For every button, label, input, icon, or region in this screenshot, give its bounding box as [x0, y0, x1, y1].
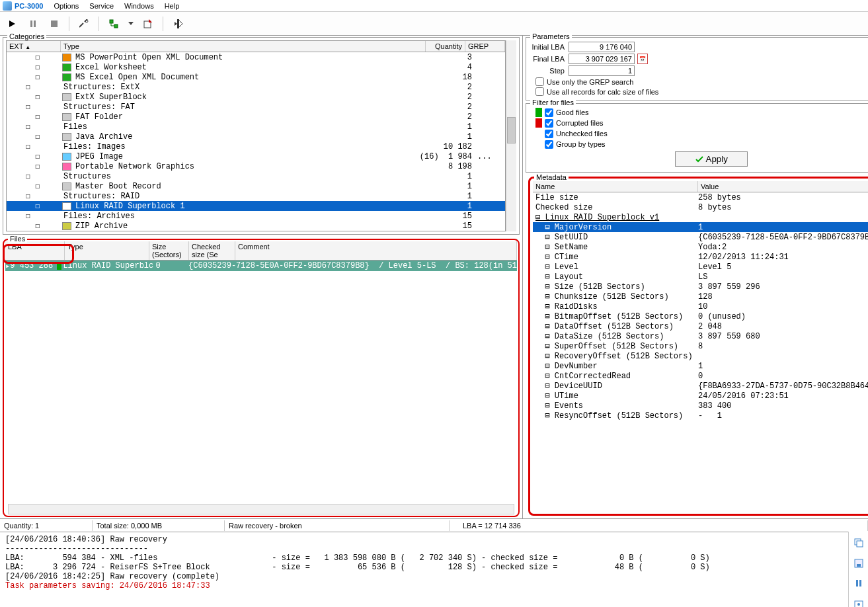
tools-button[interactable]: [76, 16, 92, 32]
category-row[interactable]: ☐JPEG Image(16) 1 984...: [7, 151, 505, 161]
col-type[interactable]: Type: [61, 41, 426, 52]
svg-rect-2: [34, 20, 36, 27]
metadata-row[interactable]: ⊟ DevNumber1: [533, 361, 868, 371]
group-by-types-checkbox[interactable]: [545, 140, 553, 149]
metadata-row[interactable]: ⊟ LayoutLS: [533, 272, 868, 282]
files-legend: Files: [8, 235, 27, 243]
col-fcomment[interactable]: Comment: [235, 241, 517, 260]
svg-rect-3: [51, 20, 58, 27]
category-row[interactable]: ☐Portable Network Graphics8 198: [7, 161, 505, 171]
category-row[interactable]: ☐Master Boot Record1: [7, 181, 505, 191]
category-row[interactable]: ☐Excel Worksheet4: [7, 62, 505, 72]
category-row[interactable]: ☐Files1: [7, 122, 505, 132]
menu-service[interactable]: Service: [84, 1, 119, 11]
col-fchk[interactable]: Checked size (Se: [189, 241, 235, 260]
category-row[interactable]: ☐MS Excel Open XML Document18: [7, 72, 505, 82]
col-fsize[interactable]: Size (Sectors): [149, 241, 189, 260]
step-input[interactable]: [569, 65, 635, 76]
apply-button[interactable]: Apply: [675, 151, 748, 167]
category-row[interactable]: ☐MS PowerPoint Open XML Document3: [7, 52, 505, 62]
categories-scrollbar[interactable]: [506, 40, 516, 231]
menu-options[interactable]: Options: [48, 1, 84, 11]
metadata-row[interactable]: ⊟ DeviceUUID{F8BA6933-27DA-5737-0D75-90C…: [533, 381, 868, 391]
metadata-row[interactable]: ⊟ LevelLevel 5: [533, 262, 868, 272]
categories-header: EXT ▲ Type Quantity GREP: [6, 40, 506, 52]
menu-pc3000[interactable]: PC-3000: [3, 1, 48, 11]
svg-marker-7: [128, 22, 134, 25]
menu-help[interactable]: Help: [159, 1, 185, 11]
tree-dropdown[interactable]: [127, 16, 135, 32]
col-grep[interactable]: GREP: [465, 41, 505, 52]
metadata-row[interactable]: ⊟ SetNameYoda:2: [533, 242, 868, 252]
category-row[interactable]: ☐ExtX SuperBlock2: [7, 92, 505, 102]
col-lba[interactable]: LBA: [5, 241, 65, 260]
col-ext[interactable]: EXT ▲: [7, 41, 61, 52]
categories-body[interactable]: ☐MS PowerPoint Open XML Document3 ☐Excel…: [6, 52, 506, 231]
log-line: ------------------------------: [5, 544, 843, 553]
final-lba-input[interactable]: [569, 54, 635, 64]
filter-panel: Filter for files Good files Corrupted fi…: [526, 103, 868, 173]
metadata-row[interactable]: Checked size8 bytes: [533, 202, 868, 212]
category-row[interactable]: ☐Linux RAID Superblock 11: [7, 201, 505, 211]
files-hscroll[interactable]: [8, 504, 514, 514]
col-meta-name[interactable]: Name: [533, 181, 698, 192]
files-body[interactable]: ▸ 9 453 288 Linux RAID Superblc 0 {C6035…: [5, 261, 517, 504]
category-row[interactable]: ☐Files: Images10 182: [7, 142, 505, 151]
corrupted-files-checkbox[interactable]: [545, 119, 553, 128]
all-records-checkbox[interactable]: [535, 87, 544, 96]
metadata-row[interactable]: ⊟ SetUUID{C6035239-7128-5E0A-0FF2-9BD67C…: [533, 232, 868, 242]
metadata-row[interactable]: ⊟ MajorVersion1: [533, 222, 868, 232]
category-row[interactable]: ☐Structures1: [7, 171, 505, 181]
category-row[interactable]: ☐Java Archive1: [7, 132, 505, 142]
initial-lba-input[interactable]: [569, 42, 635, 52]
metadata-row[interactable]: ⊟ UTime24/05/2016 07:23:51: [533, 391, 868, 401]
metadata-row[interactable]: ⊟ CntCorrectedRead0: [533, 371, 868, 381]
play-button[interactable]: [4, 16, 20, 32]
log-pause-icon[interactable]: [851, 576, 867, 591]
metadata-row[interactable]: ⊟ SuperOffset (512B Sectors)8: [533, 341, 868, 351]
metadata-row[interactable]: ⊟ Events383 400: [533, 401, 868, 411]
metadata-row[interactable]: ⊟ DataOffset (512B Sectors)2 048: [533, 321, 868, 331]
category-row[interactable]: ☐ZIP Archive15: [7, 221, 505, 231]
export-button[interactable]: [140, 16, 156, 32]
category-row[interactable]: ☐Structures: FAT2: [7, 102, 505, 112]
col-ftype[interactable]: Type: [65, 241, 149, 260]
file-row[interactable]: ▸ 9 453 288 Linux RAID Superblc 0 {C6035…: [5, 261, 517, 271]
log-line: [24/06/2016 18:42:25] Raw recovery (comp…: [5, 572, 843, 581]
metadata-body[interactable]: File size258 bytesChecked size8 bytes⊟ L…: [533, 192, 868, 511]
menu-windows[interactable]: Windows: [119, 1, 159, 11]
log-settings-icon[interactable]: [851, 596, 867, 608]
metadata-row[interactable]: ⊟ RecoveryOffset (512B Sectors): [533, 351, 868, 361]
unchecked-files-checkbox[interactable]: [545, 130, 553, 138]
col-qty[interactable]: Quantity: [426, 41, 465, 52]
metadata-row[interactable]: ⊟ RaidDisks10: [533, 302, 868, 311]
metadata-row[interactable]: File size258 bytes: [533, 192, 868, 202]
metadata-row[interactable]: ⊟ Chunksize (512B Sectors)128: [533, 292, 868, 302]
exit-button[interactable]: [170, 16, 186, 32]
metadata-row[interactable]: ⊟ Size (512B Sectors)3 897 559 296: [533, 282, 868, 292]
log-sidebar: [848, 532, 868, 607]
category-row[interactable]: ☐Structures: RAID1: [7, 191, 505, 201]
stop-button[interactable]: [46, 16, 62, 32]
metadata-row[interactable]: ⊟ BitmapOffset (512B Sectors)0 (unused): [533, 311, 868, 321]
log-area: [24/06/2016 18:40:36] Raw recovery------…: [0, 532, 868, 607]
category-row[interactable]: ☐Files: Archives15: [7, 211, 505, 221]
metadata-panel: Metadata Name Value File size258 bytesCh…: [528, 177, 868, 516]
col-meta-value[interactable]: Value: [698, 181, 868, 192]
log-line: Task parameters saving: 24/06/2016 18:47…: [5, 581, 843, 590]
log-body[interactable]: [24/06/2016 18:40:36] Raw recovery------…: [0, 532, 848, 607]
metadata-row[interactable]: ⊟ DataSize (512B Sectors)3 897 559 680: [533, 331, 868, 341]
calendar-icon[interactable]: 📅: [637, 54, 648, 64]
good-files-checkbox[interactable]: [545, 108, 553, 117]
log-copy-icon[interactable]: [851, 536, 867, 551]
pause-button[interactable]: [25, 16, 41, 32]
log-line: LBA: 3 296 724 - ReiserFS S+Tree Block -…: [5, 563, 843, 572]
log-save-icon[interactable]: [851, 556, 867, 571]
tree-button[interactable]: [106, 16, 122, 32]
category-row[interactable]: ☐FAT Folder2: [7, 112, 505, 122]
grep-only-checkbox[interactable]: [535, 77, 544, 86]
metadata-row[interactable]: ⊟ CTime12/02/2013 11:24:31: [533, 252, 868, 262]
metadata-row[interactable]: ⊟ Linux RAID Superblock v1: [533, 212, 868, 222]
category-row[interactable]: ☐Structures: ExtX2: [7, 82, 505, 92]
metadata-row[interactable]: ⊟ ResyncOffset (512B Sectors)- 1: [533, 411, 868, 421]
